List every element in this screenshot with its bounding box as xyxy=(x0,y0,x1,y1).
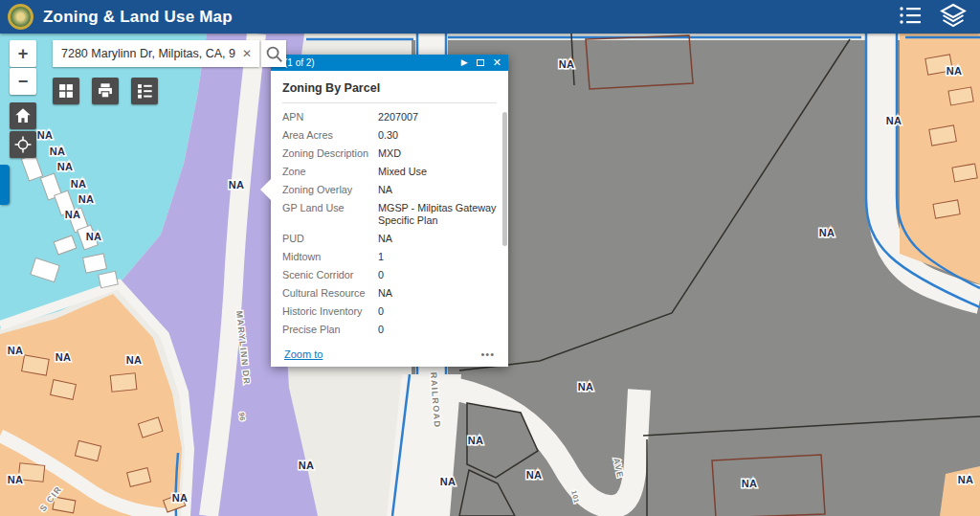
popup-field-row: Midtown 1 xyxy=(282,248,497,266)
popup-field-row: Zoning Description MXD xyxy=(282,145,497,163)
field-label: Zoning Overlay xyxy=(282,184,378,196)
field-label: Area Acres xyxy=(282,129,378,142)
field-label: Historic Inventory xyxy=(282,305,378,318)
parcel-label-na: NA xyxy=(37,129,53,141)
field-label: Precise Plan xyxy=(282,324,378,336)
legend-icon xyxy=(135,81,154,101)
popup-fields: APN 2207007 Area Acres 0.30 Zoning Descr… xyxy=(282,108,497,339)
popup-field-row: GP Land Use MGSP - Milpitas Gateway Spec… xyxy=(282,199,497,230)
field-label: GP Land Use xyxy=(282,202,378,227)
parcel-label-na: NA xyxy=(8,345,23,356)
popup-field-row: APN 2207007 xyxy=(282,108,497,126)
parcel-label-na: NA xyxy=(958,474,973,485)
legend-button[interactable] xyxy=(131,78,158,104)
popup-field-row: Scenic Corridor 0 xyxy=(282,266,497,284)
print-button[interactable] xyxy=(92,78,119,104)
field-value: 1 xyxy=(378,251,497,263)
parcel-label-na: NA xyxy=(578,381,593,393)
feature-popup: (1 of 2) ▶ ✕ Zoning By Parcel APN 220700… xyxy=(271,55,508,367)
zoom-in-button[interactable]: + xyxy=(10,40,36,67)
parcel-label-na: NA xyxy=(819,227,835,238)
home-button[interactable] xyxy=(10,102,36,129)
search-input[interactable] xyxy=(53,40,259,67)
search-clear-button[interactable]: ✕ xyxy=(236,40,257,67)
home-icon xyxy=(13,106,33,125)
parcel-label-na: NA xyxy=(559,58,574,70)
parcel-label-na: NA xyxy=(947,65,962,77)
parcel-label-na: NA xyxy=(229,179,244,191)
field-label: Cultural Resource xyxy=(282,287,378,300)
parcel-label-na: NA xyxy=(526,469,542,481)
field-value: Mixed Use xyxy=(378,166,497,178)
zoom-out-button[interactable]: − xyxy=(10,68,36,95)
popup-more-button[interactable]: ••• xyxy=(480,348,495,360)
field-value: 0 xyxy=(378,305,497,318)
popup-titlebar[interactable]: (1 of 2) ▶ ✕ xyxy=(271,55,508,71)
locate-button[interactable] xyxy=(10,131,36,158)
field-value: MXD xyxy=(378,147,497,160)
field-label: APN xyxy=(282,111,378,123)
popup-maximize-button[interactable] xyxy=(477,59,484,66)
popup-field-row: Historic Inventory 0 xyxy=(282,303,497,321)
popup-pointer xyxy=(260,179,271,200)
field-value: NA xyxy=(378,233,497,245)
parcel-label-na: NA xyxy=(78,193,94,205)
field-label: Scenic Corridor xyxy=(282,269,378,281)
popup-next-button[interactable]: ▶ xyxy=(461,58,468,67)
popup-field-row: Precise Plan 0 xyxy=(282,321,497,339)
app-header: Zoning & Land Use Map xyxy=(0,0,980,34)
list-icon xyxy=(898,4,923,27)
popup-pagination: (1 of 2) xyxy=(284,57,315,68)
field-label: Midtown xyxy=(282,251,378,263)
parcel-label-na: NA xyxy=(71,178,86,190)
header-icons xyxy=(896,0,980,34)
app-title: Zoning & Land Use Map xyxy=(43,8,233,27)
parcel-label-na: NA xyxy=(57,161,73,172)
parcel-label-na: NA xyxy=(86,231,101,242)
printer-icon xyxy=(96,81,115,101)
parcel-label-na: NA xyxy=(468,435,483,446)
layers-icon xyxy=(940,2,967,29)
popup-footer: Zoom to ••• xyxy=(271,346,508,363)
field-label: Zone xyxy=(282,166,378,178)
popup-field-row: Cultural Resource NA xyxy=(282,284,497,303)
parcel-label-na: NA xyxy=(299,460,314,471)
popup-field-row: PUD NA xyxy=(282,230,497,248)
field-value: MGSP - Milpitas Gateway Specific Plan xyxy=(378,202,497,227)
parcel-label-na: NA xyxy=(50,146,65,157)
parcel-label-na: NA xyxy=(56,351,71,363)
popup-field-row: Zone Mixed Use xyxy=(282,163,497,181)
popup-title: Zoning By Parcel xyxy=(282,79,497,103)
layers-button[interactable] xyxy=(938,0,969,34)
basemap-gallery-button[interactable] xyxy=(53,78,79,104)
parcel-label-na: NA xyxy=(172,492,188,504)
parcel-label-na: NA xyxy=(440,476,456,487)
parcel-label-na: NA xyxy=(886,115,902,126)
popup-scrollbar[interactable] xyxy=(502,112,507,246)
parcel-label-na: NA xyxy=(8,474,23,485)
search-icon xyxy=(263,43,284,64)
popup-field-row: Area Acres 0.30 xyxy=(282,126,497,145)
field-label: PUD xyxy=(282,233,378,245)
app-window: Zoning & Land Use Map xyxy=(0,0,980,516)
side-panel-handle[interactable] xyxy=(0,165,10,205)
parcel-label-na: NA xyxy=(126,354,142,366)
street-label-96: 96 xyxy=(237,412,247,421)
field-value: NA xyxy=(378,184,497,196)
parcel-label-na: NA xyxy=(742,478,757,489)
crosshair-icon xyxy=(13,135,33,154)
grid-icon xyxy=(56,81,76,101)
search-bar: ✕ xyxy=(53,40,286,67)
field-label: Zoning Description xyxy=(282,147,378,160)
search-button[interactable] xyxy=(261,40,286,67)
field-value: 0 xyxy=(378,269,497,281)
popup-close-button[interactable]: ✕ xyxy=(493,57,501,68)
legend-list-button[interactable] xyxy=(896,0,924,34)
parcel-label-na: NA xyxy=(65,209,80,220)
field-value: NA xyxy=(378,287,497,300)
city-seal-logo xyxy=(8,4,33,30)
popup-body: Zoning By Parcel APN 2207007 Area Acres … xyxy=(271,71,508,348)
field-value: 2207007 xyxy=(378,111,497,123)
zoom-to-link[interactable]: Zoom to xyxy=(284,348,323,360)
maximize-icon xyxy=(477,59,484,66)
